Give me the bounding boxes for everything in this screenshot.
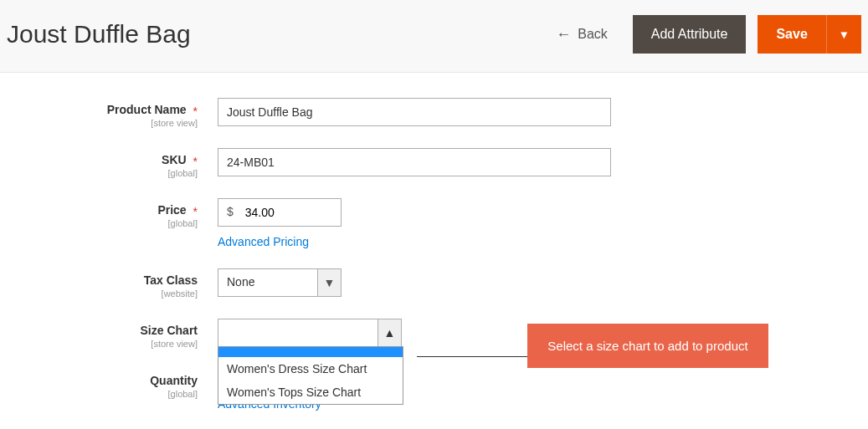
price-row: Price * [global] $ Advanced Pricing [0, 198, 868, 248]
product-name-input[interactable] [218, 98, 611, 126]
size-chart-callout: Select a size chart to add to product [527, 324, 768, 368]
size-chart-label-col: Size Chart [store view] [0, 319, 218, 349]
price-scope: [global] [0, 218, 198, 228]
tax-class-value: None [218, 269, 317, 296]
size-chart-option-blank[interactable] [218, 347, 403, 357]
price-input-wrap[interactable]: $ [218, 198, 342, 227]
size-chart-label: Size Chart [141, 324, 198, 337]
sku-scope: [global] [0, 168, 198, 178]
save-dropdown-toggle[interactable]: ▼ [826, 15, 861, 54]
back-button[interactable]: ← Back [556, 27, 608, 42]
tax-class-row: Tax Class [website] None ▼ [0, 268, 868, 299]
quantity-label: Quantity [150, 374, 198, 387]
caret-down-icon: ▼ [839, 28, 850, 41]
size-chart-select[interactable]: ▲ Women's Dress Size Chart Women's Tops … [218, 319, 402, 347]
price-input[interactable] [242, 199, 341, 226]
advanced-pricing-link[interactable]: Advanced Pricing [218, 235, 309, 248]
size-chart-option-1[interactable]: Women's Dress Size Chart [218, 357, 403, 380]
page-title: Joust Duffle Bag [7, 20, 191, 49]
tax-class-label: Tax Class [144, 273, 198, 287]
page-header: Joust Duffle Bag ← Back Add Attribute Sa… [0, 0, 868, 73]
back-label: Back [578, 27, 608, 42]
sku-label-col: SKU * [global] [0, 148, 218, 178]
save-button[interactable]: Save [758, 15, 825, 54]
tax-class-scope: [website] [0, 289, 198, 299]
sku-row: SKU * [global] [0, 148, 868, 178]
size-chart-value [218, 319, 378, 346]
price-label: Price [157, 203, 186, 217]
product-name-label-col: Product Name * [store view] [0, 98, 218, 128]
product-name-scope: [store view] [0, 118, 198, 128]
save-button-group: Save ▼ [758, 15, 861, 54]
product-name-label: Product Name [107, 103, 187, 116]
quantity-scope: [global] [0, 389, 198, 399]
size-chart-scope: [store view] [0, 339, 198, 349]
sku-label: SKU [162, 153, 187, 166]
product-name-row: Product Name * [store view] [0, 98, 868, 128]
quantity-label-col: Quantity [global] [0, 369, 218, 399]
required-icon: * [193, 155, 198, 168]
sku-input[interactable] [218, 148, 611, 176]
tax-class-label-col: Tax Class [website] [0, 268, 218, 299]
required-icon: * [193, 205, 198, 218]
size-chart-dropdown: Women's Dress Size Chart Women's Tops Si… [218, 346, 403, 405]
product-form: Product Name * [store view] SKU * [globa… [0, 73, 868, 429]
add-attribute-button[interactable]: Add Attribute [633, 15, 747, 54]
header-actions: ← Back Add Attribute Save ▼ [556, 15, 861, 54]
tax-class-select[interactable]: None ▼ [218, 268, 342, 297]
price-label-col: Price * [global] [0, 198, 218, 228]
required-icon: * [193, 105, 198, 118]
quantity-row: Quantity [global] Advanced Inventory [0, 369, 868, 411]
size-chart-option-2[interactable]: Women's Tops Size Chart [218, 380, 403, 404]
currency-symbol: $ [218, 199, 242, 226]
arrow-left-icon: ← [556, 27, 571, 42]
chevron-down-icon: ▼ [317, 269, 341, 296]
callout-connector [417, 356, 527, 357]
chevron-up-icon: ▲ [378, 319, 401, 346]
